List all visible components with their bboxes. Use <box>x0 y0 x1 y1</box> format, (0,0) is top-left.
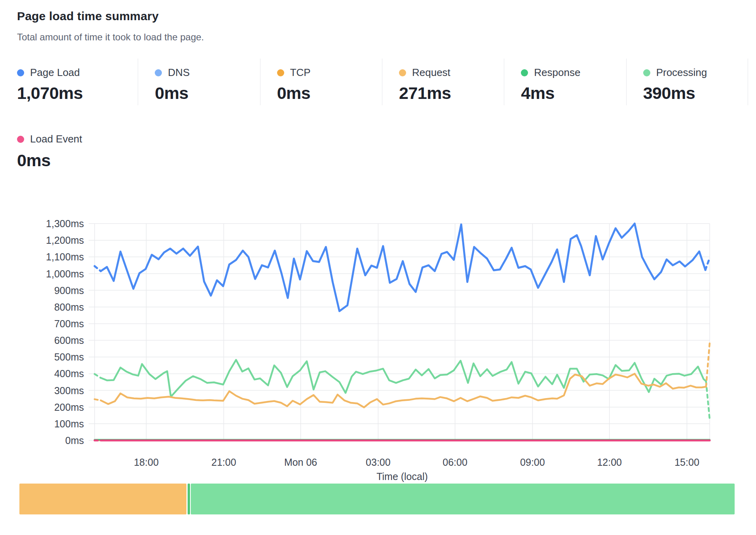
stat-label: Page Load <box>30 66 80 79</box>
stat-label: TCP <box>290 66 311 79</box>
stat-response[interactable]: Response 4ms <box>504 59 626 105</box>
dns-legend-dot <box>155 69 162 76</box>
stat-label: Load Event <box>30 133 82 145</box>
stat-label: Response <box>534 66 580 79</box>
y-axis-label: 400ms <box>54 368 84 379</box>
status-segment-warning-period[interactable] <box>19 484 186 514</box>
response-legend-dot <box>521 69 528 76</box>
x-axis-label: 18:00 <box>134 457 159 468</box>
y-axis-label: 0ms <box>65 435 84 446</box>
stat-processing[interactable]: Processing 390ms <box>626 59 748 105</box>
x-axis-label: 06:00 <box>443 457 467 468</box>
stat-value: 4ms <box>521 83 626 103</box>
stat-label: Request <box>412 66 450 79</box>
stat-label: DNS <box>168 66 190 79</box>
page-load-legend-dot <box>17 69 24 76</box>
y-axis-label: 300ms <box>54 385 84 396</box>
series-line-request <box>95 399 101 400</box>
y-axis-label: 100ms <box>54 418 84 429</box>
processing-legend-dot <box>643 69 650 76</box>
y-axis-label: 1,000ms <box>46 268 84 279</box>
load-event-legend-dot <box>17 136 24 143</box>
series-line-processing <box>95 374 101 378</box>
x-axis-label: 15:00 <box>674 457 699 468</box>
y-axis-label: 600ms <box>54 335 84 346</box>
y-axis-label: 200ms <box>54 402 84 413</box>
stat-value: 0ms <box>277 83 382 103</box>
stat-value: 390ms <box>643 83 748 103</box>
y-axis-label: 1,300ms <box>46 218 84 229</box>
status-segment-divider-ok[interactable] <box>188 484 190 514</box>
y-axis-label: 500ms <box>54 351 84 362</box>
tcp-legend-dot <box>277 69 284 76</box>
x-axis-label: 09:00 <box>520 457 545 468</box>
y-axis-label: 1,200ms <box>46 235 84 246</box>
x-axis-label: 03:00 <box>366 457 391 468</box>
load-time-chart-svg[interactable]: 0ms100ms200ms300ms400ms500ms600ms700ms80… <box>0 214 756 483</box>
page-subtitle: Total amount of time it took to load the… <box>17 32 204 43</box>
x-axis-label: 21:00 <box>211 457 236 468</box>
stat-page-load[interactable]: Page Load 1,070ms <box>16 59 138 105</box>
stat-load-event[interactable]: Load Event 0ms <box>17 133 82 170</box>
series-line-page-load <box>95 266 101 271</box>
status-segment-ok-period[interactable] <box>191 484 735 514</box>
series-line-page-load <box>101 224 706 311</box>
series-line-request <box>706 343 710 387</box>
y-axis-label: 700ms <box>54 318 84 329</box>
stat-request[interactable]: Request 271ms <box>382 59 504 105</box>
y-axis-label: 900ms <box>54 285 84 296</box>
stat-value: 271ms <box>399 83 504 103</box>
request-legend-dot <box>399 69 406 76</box>
x-axis-label: 12:00 <box>597 457 622 468</box>
series-line-processing <box>101 360 706 397</box>
load-time-chart[interactable]: 0ms100ms200ms300ms400ms500ms600ms700ms80… <box>0 214 756 483</box>
stat-value: 0ms <box>17 151 82 170</box>
stat-tcp[interactable]: TCP 0ms <box>260 59 382 105</box>
stat-value: 0ms <box>155 83 260 103</box>
y-axis-label: 1,100ms <box>46 251 84 262</box>
stat-label: Processing <box>656 66 707 79</box>
stat-value: 1,070ms <box>17 83 138 103</box>
x-axis-title: Time (local) <box>376 471 428 482</box>
x-axis-label: Mon 06 <box>284 457 317 468</box>
page-title: Page load time summary <box>17 9 159 23</box>
metric-summary-row: Page Load 1,070ms DNS 0ms TCP 0ms Reques… <box>16 59 748 105</box>
y-axis-label: 800ms <box>54 302 84 313</box>
stat-dns[interactable]: DNS 0ms <box>138 59 260 105</box>
status-timeline-bar[interactable] <box>19 484 735 514</box>
series-line-page-load <box>705 258 710 270</box>
